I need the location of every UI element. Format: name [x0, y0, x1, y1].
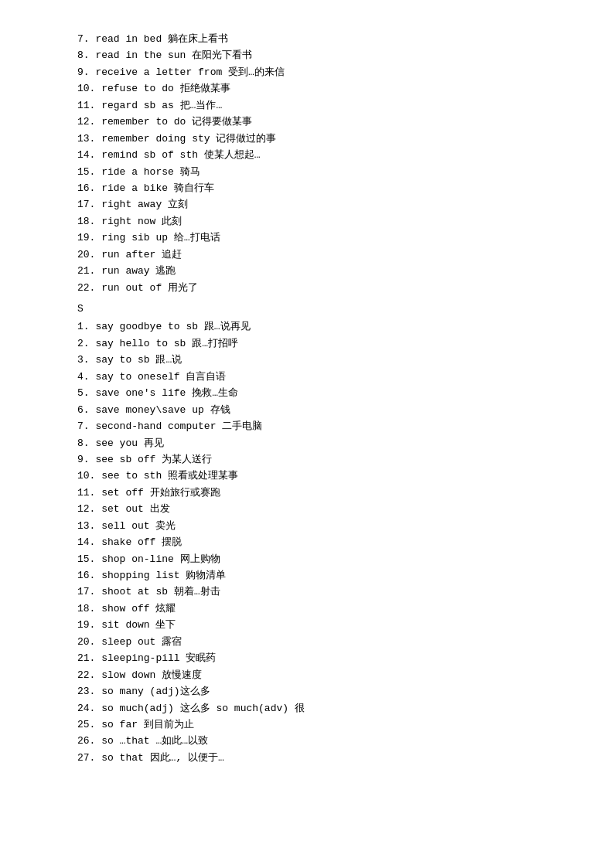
list-item: 26. so …that …如此…以致	[77, 733, 552, 749]
list-item: 13. remember doing sty 记得做过的事	[77, 131, 552, 147]
list-item: 11. set off 开始旅行或赛跑	[77, 485, 552, 501]
list-item: 17. right away 立刻	[77, 196, 552, 213]
list-item: 1. say goodbye to sb 跟…说再见	[77, 318, 552, 335]
list-item: 8. see you 再见	[77, 435, 552, 451]
list-item: 8. read in the sun 在阳光下看书	[77, 47, 552, 63]
list-item: 12. set out 出发	[77, 501, 552, 517]
list-item: 23. so many (adj)这么多	[77, 683, 552, 700]
list-item: 12. remember to do 记得要做某事	[77, 114, 552, 130]
list-item: 18. right now 此刻	[77, 213, 552, 230]
list-item: 16. shopping list 购物清单	[77, 567, 552, 584]
list-item: 22. run out of 用光了	[77, 280, 552, 296]
list-item: 4. say to oneself 自言自语	[77, 369, 552, 385]
list-item: 9. receive a letter from 受到…的来信	[77, 64, 552, 80]
page-content: 7. read in bed 躺在床上看书8. read in the sun …	[77, 31, 552, 766]
list-item: 14. shake off 摆脱	[77, 534, 552, 550]
list-item: 13. sell out 卖光	[77, 518, 552, 534]
list-item: 21. sleeping-pill 安眠药	[77, 650, 552, 666]
list-item: 2. say hello to sb 跟…打招呼	[77, 335, 552, 352]
s-section-label: S	[77, 301, 552, 317]
list-item: 7. second-hand computer 二手电脑	[77, 418, 552, 434]
list-item: 7. read in bed 躺在床上看书	[77, 31, 552, 47]
list-item: 15. ride a horse 骑马	[77, 164, 552, 180]
list-item: 21. run away 逃跑	[77, 263, 552, 279]
r-section: 7. read in bed 躺在床上看书8. read in the sun …	[77, 31, 552, 296]
list-item: 16. ride a bike 骑自行车	[77, 180, 552, 196]
list-item: 20. run after 追赶	[77, 247, 552, 263]
list-item: 19. sit down 坐下	[77, 617, 552, 633]
list-item: 27. so that 因此…, 以便于…	[77, 750, 552, 766]
list-item: 5. save one's life 挽救…生命	[77, 385, 552, 401]
s-section: 1. say goodbye to sb 跟…说再见2. say hello t…	[77, 318, 552, 766]
list-item: 9. see sb off 为某人送行	[77, 451, 552, 468]
list-item: 19. ring sib up 给…打电话	[77, 230, 552, 246]
list-item: 6. save money\save up 存钱	[77, 402, 552, 418]
list-item: 10. refuse to do 拒绝做某事	[77, 80, 552, 97]
list-item: 18. show off 炫耀	[77, 601, 552, 617]
list-item: 17. shoot at sb 朝着…射击	[77, 584, 552, 600]
list-item: 14. remind sb of sth 使某人想起…	[77, 147, 552, 163]
list-item: 20. sleep out 露宿	[77, 634, 552, 650]
list-item: 3. say to sb 跟…说	[77, 352, 552, 368]
list-item: 10. see to sth 照看或处理某事	[77, 468, 552, 484]
list-item: 25. so far 到目前为止	[77, 717, 552, 733]
list-item: 11. regard sb as 把…当作…	[77, 97, 552, 114]
list-item: 15. shop on-line 网上购物	[77, 551, 552, 567]
list-item: 22. slow down 放慢速度	[77, 667, 552, 683]
list-item: 24. so much(adj) 这么多 so much(adv) 很	[77, 700, 552, 717]
